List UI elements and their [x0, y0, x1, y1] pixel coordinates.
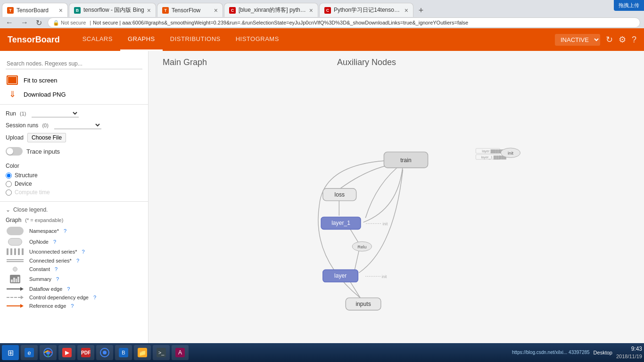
tab-diary-close[interactable]: × — [405, 7, 408, 14]
reload-button[interactable]: ↻ — [34, 17, 44, 28]
svg-text:Relu: Relu — [357, 245, 366, 249]
download-png-action[interactable]: ⇓ Download PNG — [0, 87, 148, 101]
opnode-legend-label: OpNode — [29, 239, 49, 245]
tab-tf-close[interactable]: × — [214, 7, 218, 14]
taskbar-right: https://blog.csdn.net/xilxi... 43397285 … — [512, 346, 642, 360]
nav-histograms[interactable]: HISTOGRAMS — [228, 28, 287, 51]
opnode-legend-link[interactable]: ? — [53, 239, 56, 245]
tab-diary[interactable]: C Python学习日记14tensorboa... × — [319, 3, 413, 17]
status-select[interactable]: INACTIVE ACTIVE — [555, 34, 600, 46]
taskbar-ie[interactable]: e — [21, 345, 38, 360]
url-bar[interactable]: 🔒 Not secure | Not secure | aaa:6006/#gr… — [48, 17, 640, 28]
taskbar-folder[interactable]: 📁 — [134, 345, 151, 360]
svg-text:layer: layer — [334, 272, 347, 279]
connected-legend-label: Connected series* — [29, 258, 72, 263]
namespace-legend-label: Namespace* — [29, 228, 59, 234]
svg-text:init: init — [383, 222, 388, 226]
graph-area[interactable]: Main Graph Auxiliary Nodes — [149, 51, 644, 362]
new-tab-button[interactable]: + — [414, 4, 428, 17]
svg-text:init: init — [508, 151, 513, 156]
taskbar-chrome2[interactable] — [96, 345, 113, 360]
refresh-icon-button[interactable]: ↻ — [606, 34, 613, 45]
color-structure-radio[interactable] — [6, 173, 12, 179]
url-text: Not secure | aaa:6006/#graphs&_smoothing… — [93, 20, 468, 25]
app-title: TensorBoard — [8, 35, 60, 45]
download-png-label: Download PNG — [24, 91, 66, 98]
svg-text:inputs: inputs — [355, 301, 371, 307]
tab-tensorboard-close[interactable]: × — [59, 7, 63, 14]
unconnected-legend-link[interactable]: ? — [82, 249, 85, 255]
tab-blog[interactable]: C [blue_xinran的博客] python ... × — [224, 3, 318, 17]
taskbar-pdf[interactable]: PDF — [77, 345, 94, 360]
tf-favicon: T — [162, 7, 169, 14]
choose-file-button[interactable]: Choose File — [27, 133, 66, 142]
fit-to-screen-action[interactable]: Fit to screen — [0, 73, 148, 87]
color-compute-radio[interactable] — [6, 189, 12, 196]
connected-legend-icon — [6, 259, 25, 262]
legend-header[interactable]: ⌄ Close legend. — [0, 205, 148, 215]
help-icon-button[interactable]: ? — [632, 35, 636, 45]
reference-legend-link[interactable]: ? — [71, 303, 74, 309]
divider-2 — [0, 201, 148, 202]
forward-button[interactable]: → — [19, 17, 30, 28]
run-count: (1) — [20, 111, 26, 116]
upload-label: Upload — [6, 134, 24, 141]
taskbar-chrome[interactable] — [40, 345, 57, 360]
taskbar-media[interactable]: ▶ — [58, 345, 75, 360]
unconnected-legend-icon — [6, 248, 25, 255]
nav-scalars[interactable]: SCALARS — [75, 28, 120, 51]
trace-inputs-row: Trace inputs — [0, 144, 148, 158]
taskbar-tb-icon[interactable]: B — [115, 345, 132, 360]
color-structure-label: Structure — [15, 172, 38, 179]
baidu-icon: B — [119, 348, 128, 357]
reference-legend-icon — [6, 304, 25, 308]
taskbar-terminal[interactable]: >_ — [153, 345, 170, 360]
session-runs-row: Session runs (0) — [0, 119, 148, 131]
run-dropdown[interactable] — [32, 109, 79, 117]
legend-reference: Reference edge ? — [6, 302, 142, 310]
taskbar-status-text: https://blog.csdn.net/xilxi... 43397285 — [512, 350, 590, 355]
start-button[interactable]: ⊞ — [2, 345, 19, 360]
tab-tensorboard-title: TensorBoard — [17, 7, 56, 14]
chrome2-icon — [100, 348, 109, 357]
tab-bing-close[interactable]: × — [147, 7, 151, 14]
search-input[interactable] — [6, 58, 142, 69]
graph-legend-title: Graph — [6, 217, 21, 223]
back-button[interactable]: ← — [4, 17, 15, 28]
taskbar-app2[interactable]: A — [172, 345, 189, 360]
trace-inputs-label: Trace inputs — [26, 148, 60, 155]
nav-distributions[interactable]: DISTRIBUTIONS — [163, 28, 228, 51]
constant-legend-icon — [6, 267, 25, 272]
constant-legend-link[interactable]: ? — [55, 266, 58, 272]
address-bar: ← → ↻ 🔒 Not secure | Not secure | aaa:60… — [0, 17, 644, 28]
tab-bing[interactable]: B tensorflow - 国内版 Bing × — [69, 3, 156, 17]
control-legend-link[interactable]: ? — [93, 295, 96, 300]
svg-text:loss: loss — [334, 191, 345, 198]
graph-svg: init init train loss layer_1 Relu layer — [149, 51, 644, 362]
tab-tf[interactable]: T TensorFlow × — [157, 3, 223, 17]
nav-graphs[interactable]: GRAPHS — [120, 28, 163, 51]
session-runs-dropdown[interactable] — [54, 121, 101, 129]
session-runs-label: Session runs — [6, 122, 38, 129]
session-runs-count: (0) — [42, 123, 48, 128]
tab-blog-close[interactable]: × — [309, 7, 313, 14]
color-device-radio[interactable] — [6, 181, 12, 187]
download-icon: ⇓ — [6, 89, 19, 99]
connected-legend-link[interactable]: ? — [76, 258, 79, 263]
ie-icon: e — [25, 348, 34, 357]
dataflow-legend-link[interactable]: ? — [67, 286, 70, 292]
legend-opnode: OpNode ? — [6, 237, 142, 247]
color-compute-label: Compute time — [15, 189, 50, 196]
tab-blog-title: [blue_xinran的博客] python ... — [239, 6, 306, 14]
divider-1 — [0, 104, 148, 105]
namespace-legend-link[interactable]: ? — [64, 228, 66, 234]
legend-connected: Connected series* ? — [6, 256, 142, 265]
legend-constant: Constant ? — [6, 265, 142, 273]
settings-icon-button[interactable]: ⚙ — [619, 34, 626, 45]
trace-inputs-toggle[interactable] — [6, 147, 23, 156]
color-structure-row: Structure — [6, 171, 142, 180]
svg-point-29 — [103, 351, 107, 354]
summary-legend-link[interactable]: ? — [56, 276, 59, 282]
tab-diary-title: Python学习日记14tensorboa... — [334, 6, 402, 14]
tab-tensorboard[interactable]: T TensorBoard × — [2, 3, 68, 17]
